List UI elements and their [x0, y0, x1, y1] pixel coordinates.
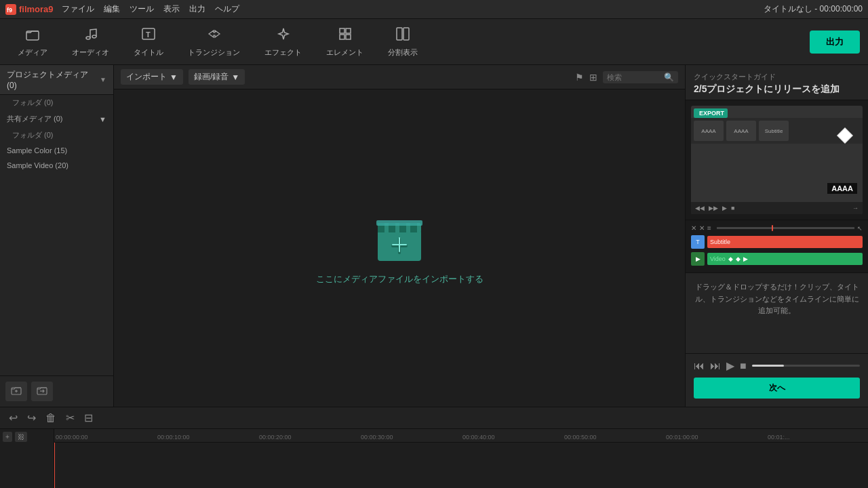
- left-panel: プロジェクトメディア (0) ▼ フォルダ (0) 共有メディア (0) ▼ フ…: [0, 65, 114, 407]
- toolbar-audio-label: オーディオ: [72, 47, 109, 58]
- menu-view[interactable]: 表示: [163, 3, 180, 15]
- cut-button[interactable]: ✂: [64, 409, 77, 426]
- record-chevron-icon: ▼: [231, 73, 239, 82]
- preview-thumbnails: AAAA AAAA Subtitle: [691, 118, 863, 144]
- cursor-icon[interactable]: ↖: [857, 225, 863, 232]
- media-toolbar-icons: ⚑ ⊞: [575, 72, 597, 83]
- toolbar: メディア オーディオ T タイトル トランジション: [0, 19, 868, 65]
- import-button[interactable]: インポート ▼: [121, 69, 183, 85]
- media-drop-area[interactable]: ここにメディアファイルをインポートする: [114, 89, 685, 407]
- ruler-marks: 00:00:00:00 00:00:10:00 00:00:20:00 00:0…: [54, 434, 868, 441]
- close-icon-1[interactable]: ✕: [691, 224, 696, 232]
- aaaa-label: AAAA: [827, 183, 857, 194]
- shared-media-section[interactable]: 共有メディア (0) ▼: [0, 110, 113, 127]
- video-clip-label: Video: [710, 256, 726, 262]
- link-button[interactable]: ⛓: [15, 432, 27, 442]
- toolbar-title[interactable]: T タイトル: [124, 22, 173, 62]
- ruler-mark-2: 00:00:20:00: [258, 434, 359, 441]
- mini-prev-icon[interactable]: ◀◀: [695, 205, 705, 211]
- next-button[interactable]: 次へ: [694, 378, 860, 399]
- new-folder-button[interactable]: [5, 382, 27, 401]
- timeline-ruler: 00:00:00:00 00:00:10:00 00:00:20:00 00:0…: [54, 429, 868, 443]
- playhead-indicator: [772, 225, 773, 231]
- sample-color-item[interactable]: Sample Color (15): [0, 143, 113, 158]
- subtitle-clip-label: Subtitle: [710, 239, 730, 245]
- quickstart-header: クイックスタートガイド 2/5プロジェクトにリリースを追加: [686, 65, 868, 100]
- sparkle-icon: [276, 26, 291, 41]
- menu-output[interactable]: 出力: [189, 3, 205, 15]
- toolbar-effect[interactable]: エフェクト: [255, 22, 311, 62]
- ruler-mark-5: 00:00:50:00: [563, 434, 665, 441]
- svg-rect-13: [403, 28, 409, 40]
- left-panel-bottom: [0, 375, 113, 407]
- timeline-toolbar: ↩ ↪ 🗑 ✂ ⊟: [0, 407, 868, 429]
- menu-bar-left: f9 filmora9 ファイル 編集 ツール 表示 出力 ヘルプ: [5, 3, 239, 15]
- menu-edit[interactable]: 編集: [104, 3, 120, 15]
- mini-stop-icon[interactable]: ■: [731, 205, 734, 211]
- redo-button[interactable]: ↪: [25, 409, 38, 426]
- mini-time: →: [852, 205, 859, 211]
- import-folder-icon: [37, 385, 47, 396]
- svg-point-3: [86, 37, 90, 39]
- stop-button[interactable]: ■: [740, 360, 747, 372]
- ruler-mark-4: 00:00:40:00: [461, 434, 563, 441]
- export-button[interactable]: 出力: [810, 30, 860, 54]
- list-icon[interactable]: ≡: [707, 224, 711, 232]
- search-icon: 🔍: [664, 73, 674, 82]
- toolbar-transition-label: トランジション: [188, 47, 240, 58]
- ruler-mark-1: 00:00:10:00: [156, 434, 258, 441]
- export-preview-label: EXPORT: [694, 108, 728, 118]
- transition-arrows-icon: [207, 26, 222, 41]
- quickstart-description: ドラッグ＆ドロップするだけ！クリップ、タイトル、トランジションなどをタイムライン…: [686, 273, 868, 325]
- toolbar-effect-label: エフェクト: [264, 47, 302, 58]
- mini-play-icon[interactable]: ▶: [722, 205, 727, 211]
- project-media-title: プロジェクトメディア (0): [7, 69, 100, 90]
- video-clip[interactable]: Video ◆ ◆ ▶: [707, 253, 863, 265]
- toolbar-split[interactable]: 分割表示: [378, 22, 427, 62]
- toolbar-media-label: メディア: [18, 47, 47, 58]
- folder-icon: [25, 26, 40, 41]
- toolbar-transition[interactable]: トランジション: [178, 22, 250, 62]
- folder-item-1[interactable]: フォルダ (0): [0, 95, 113, 110]
- delete-button[interactable]: 🗑: [43, 410, 58, 426]
- align-button[interactable]: ⊟: [82, 409, 95, 426]
- media-toolbar: インポート ▼ 録画/録音 ▼ ⚑ ⊞ 🔍: [114, 65, 685, 89]
- prev-button[interactable]: ⏮: [694, 360, 705, 372]
- play-button[interactable]: ▶: [726, 359, 734, 372]
- subtitle-clip[interactable]: Subtitle: [707, 236, 863, 248]
- svg-rect-8: [340, 28, 344, 33]
- step-back-button[interactable]: ⏭: [710, 360, 721, 372]
- video-clip-arrow: ▶: [743, 256, 748, 262]
- grid-view-icon[interactable]: ⊞: [589, 72, 597, 83]
- svg-point-4: [92, 35, 96, 38]
- toolbar-media[interactable]: メディア: [8, 22, 57, 62]
- svg-rect-25: [376, 220, 422, 226]
- window-title: タイトルなし - 00:00:00:00: [764, 3, 863, 15]
- sample-video-item[interactable]: Sample Video (20): [0, 158, 113, 173]
- menu-file[interactable]: ファイル: [62, 3, 94, 15]
- record-button[interactable]: 録画/録音 ▼: [189, 69, 245, 85]
- preview-image: EXPORT AAAA AAAA Subtitle: [691, 106, 863, 214]
- timeline-left-icons: + ⛓: [3, 432, 51, 442]
- menu-tools[interactable]: ツール: [130, 3, 154, 15]
- undo-button[interactable]: ↩: [7, 409, 20, 426]
- import-folder-button[interactable]: [31, 382, 53, 401]
- svg-text:f9: f9: [7, 7, 12, 14]
- menu-help[interactable]: ヘルプ: [215, 3, 239, 15]
- chevron-down-icon: ▼: [100, 76, 106, 83]
- close-icon-2[interactable]: ✕: [699, 224, 705, 232]
- diamond-icon: [835, 126, 854, 145]
- filter-icon[interactable]: ⚑: [575, 72, 584, 83]
- title-icon: T: [141, 26, 156, 45]
- toolbar-title-label: タイトル: [134, 47, 163, 58]
- import-label: インポート: [126, 71, 167, 83]
- folder-item-2[interactable]: フォルダ (0): [0, 127, 113, 143]
- new-folder-icon: [11, 385, 22, 396]
- timeline-tracks[interactable]: [54, 443, 868, 488]
- svg-rect-9: [346, 28, 351, 33]
- toolbar-audio[interactable]: オーディオ: [62, 22, 119, 62]
- search-input[interactable]: [607, 73, 661, 81]
- add-track-button[interactable]: +: [3, 432, 12, 442]
- mini-next-icon[interactable]: ▶▶: [709, 205, 718, 211]
- toolbar-element[interactable]: エレメント: [317, 22, 373, 62]
